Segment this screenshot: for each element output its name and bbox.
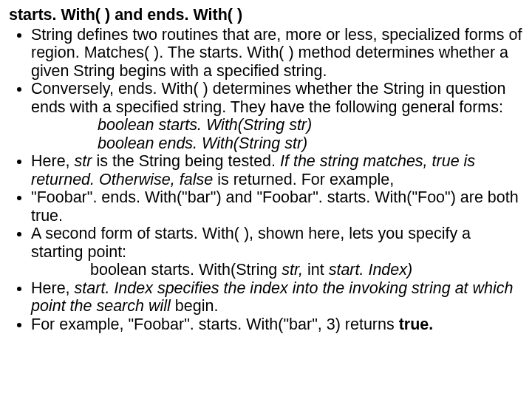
list-item: A second form of starts. With( ), shown … (31, 225, 525, 279)
bullet-text: String defines two routines that are, mo… (31, 26, 522, 80)
method-signature: boolean starts. With(String str) (31, 116, 525, 134)
list-item: For example, "Foobar". starts. With("bar… (31, 316, 525, 334)
bullet-text: Conversely, ends. With( ) determines whe… (31, 80, 506, 116)
list-item: String defines two routines that are, mo… (31, 26, 525, 81)
list-item: Here, start. Index specifies the index i… (31, 279, 525, 316)
list-item: "Foobar". ends. With("bar") and "Foobar"… (31, 188, 525, 225)
list-item: Conversely, ends. With( ) determines whe… (31, 80, 525, 152)
bullet-text: A second form of starts. With( ), shown … (31, 225, 471, 261)
bullet-text: "Foobar". ends. With("bar") and "Foobar"… (31, 188, 519, 225)
slide: starts. With( ) and ends. With( ) String… (0, 0, 532, 399)
bullet-text: Here, str is the String being tested. If… (31, 152, 475, 188)
method-signature: boolean starts. With(String str, int sta… (31, 261, 525, 279)
bullet-list: String defines two routines that are, mo… (9, 26, 525, 334)
list-item: Here, str is the String being tested. If… (31, 152, 525, 188)
slide-title: starts. With( ) and ends. With( ) (9, 6, 525, 24)
bullet-text: For example, "Foobar". starts. With("bar… (31, 316, 433, 333)
method-signature: boolean ends. With(String str) (31, 134, 525, 153)
bullet-text: Here, start. Index specifies the index i… (31, 279, 514, 316)
